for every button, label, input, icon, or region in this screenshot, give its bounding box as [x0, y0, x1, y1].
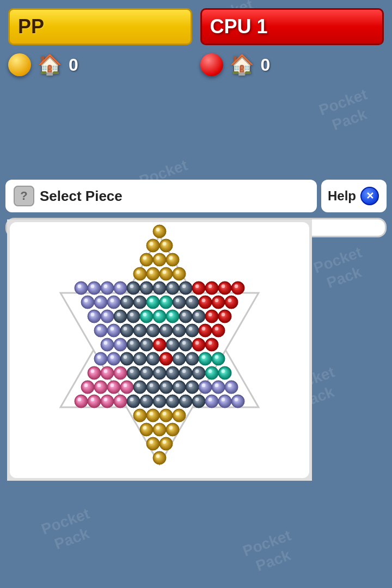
header: PP CPU 1 — [0, 0, 392, 51]
player2-name: CPU 1 — [210, 15, 268, 38]
player2-home-icon: 🏠 — [230, 53, 254, 76]
player1-score: 0 — [69, 55, 78, 75]
player1-ball-icon — [8, 53, 31, 76]
player2-score-section: 🏠 0 — [200, 53, 384, 76]
question-icon: ? — [14, 186, 34, 206]
board-container[interactable] — [5, 218, 387, 237]
close-icon[interactable]: ✕ — [360, 187, 379, 205]
select-piece-label: Select Piece — [40, 188, 122, 205]
help-label: Help — [328, 188, 356, 204]
select-piece-panel[interactable]: ? Select Piece — [5, 180, 317, 212]
select-piece-bar: ? Select Piece Help ✕ — [5, 180, 387, 212]
player2-ball-icon — [200, 53, 223, 76]
player2-bar: CPU 1 — [200, 8, 384, 45]
player1-bar: PP — [8, 8, 192, 45]
player1-home-icon: 🏠 — [38, 53, 62, 76]
player2-score: 0 — [261, 55, 271, 75]
player1-score-section: 🏠 0 — [8, 53, 192, 76]
score-row: 🏠 0 🏠 0 — [0, 51, 392, 82]
player1-name: PP — [18, 15, 44, 38]
help-button[interactable]: Help ✕ — [321, 180, 387, 212]
game-board[interactable] — [7, 219, 312, 481]
